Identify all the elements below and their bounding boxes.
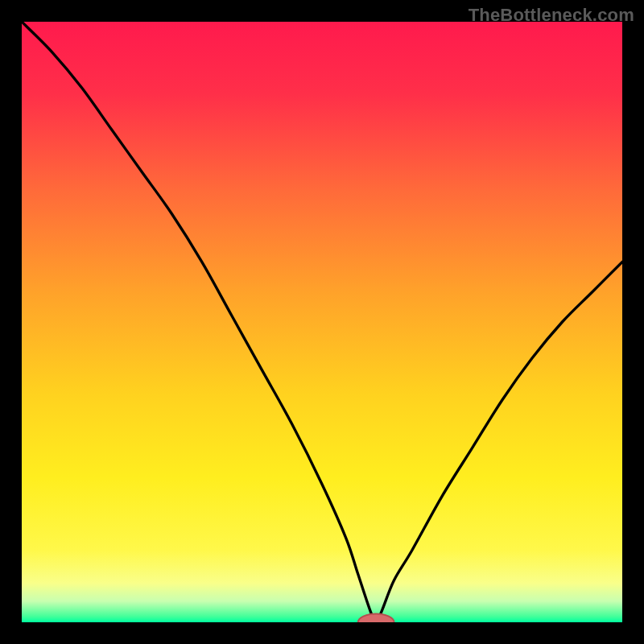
gradient-background <box>22 22 622 622</box>
plot-area <box>22 22 622 622</box>
chart-frame: TheBottleneck.com <box>0 0 644 644</box>
bottleneck-chart <box>22 22 622 622</box>
